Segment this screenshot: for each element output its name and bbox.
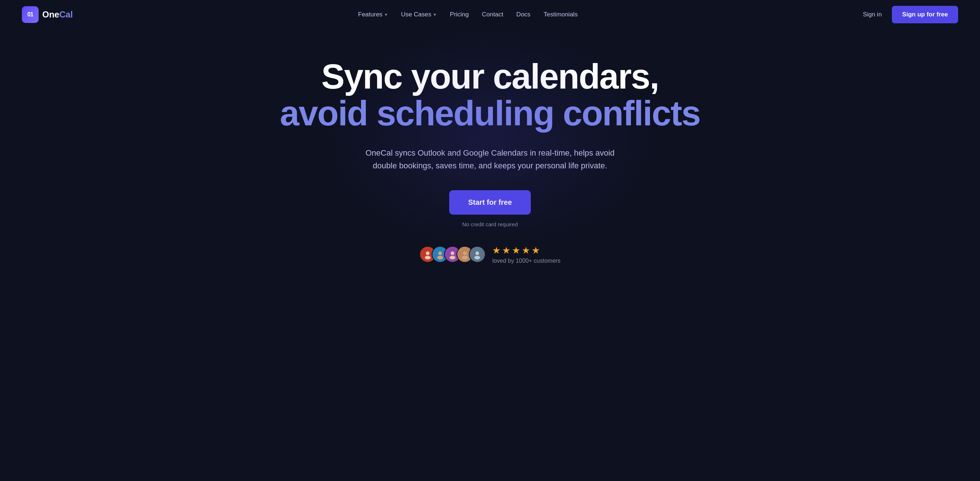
logo-name-part2: Cal — [59, 10, 73, 19]
star-1: ★ — [492, 245, 501, 256]
hero-title: Sync your calendars, avoid scheduling co… — [280, 58, 700, 147]
star-2: ★ — [502, 245, 511, 256]
logo-text: OneCal — [42, 10, 73, 20]
nav-item-contact: Contact — [482, 11, 503, 18]
hero-section: Sync your calendars, avoid scheduling co… — [0, 29, 980, 286]
nav-link-contact[interactable]: Contact — [482, 11, 503, 18]
svg-point-5 — [450, 256, 455, 260]
logo-icon: 01 — [22, 6, 39, 23]
nav-item-docs: Docs — [516, 11, 530, 18]
nav-item-testimonials: Testimonials — [544, 11, 578, 18]
social-proof: ★ ★ ★ ★ ★ loved by 1000+ customers — [419, 245, 560, 264]
nav-link-features[interactable]: Features ▼ — [358, 11, 388, 18]
nav-label-docs: Docs — [516, 11, 530, 18]
svg-point-2 — [438, 252, 442, 255]
svg-point-0 — [426, 252, 430, 255]
nav-item-use-cases: Use Cases ▼ — [401, 11, 437, 18]
nav-link-use-cases[interactable]: Use Cases ▼ — [401, 11, 437, 18]
star-5: ★ — [531, 245, 540, 256]
chevron-down-icon: ▼ — [384, 13, 388, 17]
svg-point-3 — [437, 256, 443, 260]
svg-point-6 — [463, 252, 467, 255]
loved-text: loved by 1000+ customers — [492, 258, 560, 264]
star-rating: ★ ★ ★ ★ ★ — [492, 245, 540, 256]
svg-point-7 — [462, 256, 468, 260]
hero-title-line2: avoid scheduling conflicts — [280, 95, 700, 132]
start-free-button[interactable]: Start for free — [449, 190, 531, 215]
svg-point-8 — [476, 252, 479, 255]
star-4: ★ — [522, 245, 530, 256]
sign-up-button[interactable]: Sign up for free — [892, 6, 958, 23]
nav-link-docs[interactable]: Docs — [516, 11, 530, 18]
sign-in-link[interactable]: Sign in — [863, 11, 881, 18]
nav-right: Sign in Sign up for free — [863, 6, 958, 23]
nav-item-features: Features ▼ — [358, 11, 388, 18]
nav-link-testimonials[interactable]: Testimonials — [544, 11, 578, 18]
svg-point-4 — [451, 252, 454, 255]
navigation: 01 OneCal Features ▼ Use Cases ▼ Pricing — [0, 0, 980, 29]
avatar-5 — [469, 246, 486, 263]
nav-label-pricing: Pricing — [450, 11, 469, 18]
star-3: ★ — [512, 245, 520, 256]
nav-label-use-cases: Use Cases — [401, 11, 431, 18]
no-credit-card-text: No credit card required — [462, 221, 518, 228]
svg-point-9 — [474, 256, 480, 260]
logo-link[interactable]: 01 OneCal — [22, 6, 73, 23]
stars-and-text: ★ ★ ★ ★ ★ loved by 1000+ customers — [492, 245, 560, 264]
nav-label-contact: Contact — [482, 11, 503, 18]
nav-label-features: Features — [358, 11, 383, 18]
svg-point-1 — [425, 256, 431, 260]
nav-links: Features ▼ Use Cases ▼ Pricing Contact D… — [358, 11, 578, 18]
customer-avatars — [419, 246, 486, 263]
nav-label-testimonials: Testimonials — [544, 11, 578, 18]
nav-link-pricing[interactable]: Pricing — [450, 11, 469, 18]
logo-icon-text: 01 — [27, 11, 33, 18]
chevron-down-icon: ▼ — [433, 13, 437, 17]
hero-title-line1: Sync your calendars, — [280, 58, 700, 95]
nav-item-pricing: Pricing — [450, 11, 469, 18]
logo-name-part1: One — [42, 10, 59, 19]
hero-subtitle: OneCal syncs Outlook and Google Calendar… — [363, 147, 617, 172]
